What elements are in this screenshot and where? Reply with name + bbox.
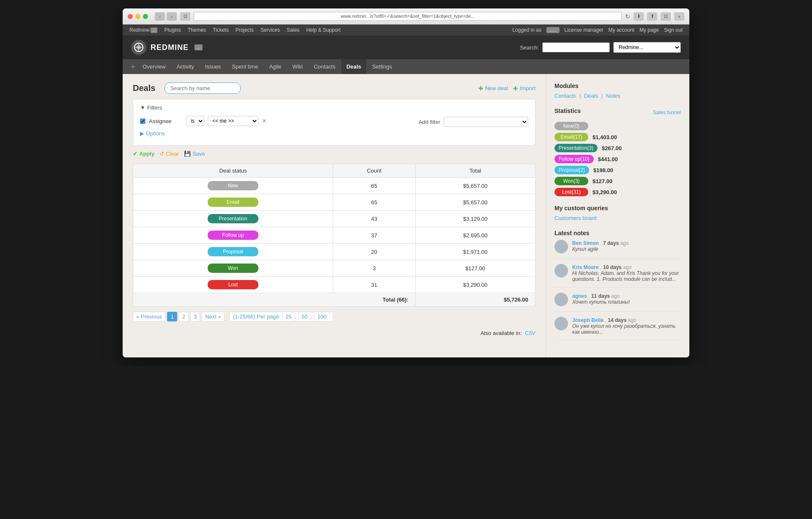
status-badge[interactable]: Lost	[208, 280, 258, 289]
per-page-100[interactable]: 100	[314, 312, 330, 321]
sign-out-link[interactable]: Sign out	[664, 27, 683, 33]
page-1-button[interactable]: 1	[167, 312, 177, 321]
options-header[interactable]: ▶ Options	[140, 130, 528, 137]
status-badge[interactable]: Won	[208, 264, 258, 273]
fullscreen-button[interactable]: ⊡	[661, 12, 671, 21]
sales-funnel-link[interactable]: Sales funnel	[653, 110, 681, 115]
stat-badge[interactable]: Proposal(2)	[554, 166, 589, 174]
nav-deals[interactable]: Deals	[341, 59, 366, 74]
back-button[interactable]: ‹	[155, 12, 165, 21]
per-page-50[interactable]: 50	[298, 312, 311, 321]
latest-notes-title: Latest notes	[554, 230, 681, 236]
stats-header: Statistics Sales funnel	[554, 107, 681, 118]
url-bar[interactable]: www.redmin...ls?utf8=✓&search=&set_filte…	[194, 12, 622, 21]
status-cell[interactable]: Proposal	[133, 244, 333, 260]
csv-link[interactable]: CSV	[525, 330, 535, 336]
page-2-button[interactable]: 2	[179, 312, 189, 321]
assignee-checkbox[interactable]	[140, 118, 145, 124]
my-page-link[interactable]: My page	[639, 27, 659, 33]
top-nav-projects[interactable]: Projects	[236, 27, 254, 33]
assignee-value-select[interactable]: << me >>	[208, 116, 258, 126]
stat-badge[interactable]: Follow up(10)	[554, 155, 594, 163]
license-manager-link[interactable]: License manager	[565, 27, 604, 33]
global-search-input[interactable]	[542, 42, 610, 52]
next-page-button[interactable]: Next »	[202, 312, 225, 321]
top-nav-themes[interactable]: Themes	[188, 27, 206, 33]
my-account-link[interactable]: My account	[609, 27, 634, 33]
forward-button[interactable]: ›	[167, 12, 177, 21]
modules-title: Modules	[554, 82, 681, 89]
stat-row: Won(3) $127.00	[554, 177, 681, 185]
status-cell[interactable]: Follow up	[133, 227, 333, 244]
search-by-name-input[interactable]	[165, 82, 241, 94]
contacts-module-link[interactable]: Contacts	[554, 93, 576, 99]
top-nav-help[interactable]: Help & Support	[306, 27, 340, 33]
stat-badge[interactable]: New(0)	[554, 122, 588, 130]
status-badge[interactable]: Presentation	[208, 214, 258, 223]
filter-row-assignee: Assignee is << me >> ✕ Add filter	[140, 115, 528, 127]
save-icon: 💾	[184, 151, 191, 157]
minimize-button[interactable]	[135, 14, 140, 19]
note-author-link[interactable]: Kris Moore	[572, 264, 599, 270]
add-filter-select[interactable]	[444, 117, 528, 127]
stat-badge[interactable]: Lost(31)	[554, 188, 588, 196]
assignee-operator-select[interactable]: is	[186, 116, 204, 126]
global-search-scope[interactable]: Redmine...	[613, 42, 681, 53]
stat-badge[interactable]: Presentation(3)	[554, 144, 598, 152]
maximize-button[interactable]	[143, 14, 148, 19]
top-nav-plugins[interactable]: Plugins	[164, 27, 181, 33]
status-badge[interactable]: Proposal	[208, 247, 258, 256]
close-button[interactable]	[128, 14, 133, 19]
nav-settings[interactable]: Settings	[367, 59, 397, 74]
top-nav-tickets[interactable]: Tickets	[213, 27, 229, 33]
note-author-link[interactable]: Ben Simon	[572, 240, 599, 246]
nav-wiki[interactable]: Wiki	[287, 59, 308, 74]
top-nav: Redmine... Plugins Themes Tickets Projec…	[123, 25, 689, 36]
status-cell[interactable]: New	[133, 178, 333, 194]
page-3-button[interactable]: 3	[190, 312, 200, 321]
col-total[interactable]: Total	[415, 164, 535, 178]
col-count[interactable]: Count	[333, 164, 415, 178]
reload-button[interactable]: ↻	[625, 13, 630, 20]
status-badge[interactable]: Email	[208, 198, 258, 207]
deals-link[interactable]: Deals	[584, 93, 598, 99]
nav-contacts[interactable]: Contacts	[309, 59, 340, 74]
per-page-25[interactable]: 25	[282, 312, 295, 321]
nav-spent-time[interactable]: Spent time	[227, 59, 263, 74]
filter-delete-button[interactable]: ✕	[262, 118, 267, 124]
prev-page-button[interactable]: « Previous	[133, 312, 165, 321]
nav-issues[interactable]: Issues	[200, 59, 226, 74]
status-cell[interactable]: Email	[133, 194, 333, 211]
download-button[interactable]: ⬇	[634, 12, 644, 21]
add-tab-button[interactable]: +	[674, 12, 684, 21]
top-nav-redmine[interactable]: Redmine...	[129, 27, 157, 33]
status-cell[interactable]: Presentation	[133, 211, 333, 227]
tab-button[interactable]: ⊡	[180, 12, 190, 21]
customers-board-link[interactable]: Customers board	[554, 215, 597, 221]
contacts-link[interactable]: Contacts	[554, 93, 576, 99]
status-cell[interactable]: Lost	[133, 277, 333, 293]
stat-badge[interactable]: Won(3)	[554, 177, 588, 185]
new-deal-button[interactable]: ✚ New deal	[478, 85, 508, 92]
share-button[interactable]: ⬆	[647, 12, 657, 21]
filters-header[interactable]: ▼ Filters	[140, 104, 528, 111]
status-badge[interactable]: New	[208, 181, 258, 190]
import-button[interactable]: ✚ Import	[513, 85, 535, 92]
top-nav-services[interactable]: Services	[261, 27, 280, 33]
status-badge[interactable]: Follow up	[208, 231, 258, 240]
note-author-link[interactable]: Joseph Bella	[572, 317, 604, 323]
add-nav-item[interactable]: +	[129, 60, 137, 74]
col-deal-status[interactable]: Deal status	[133, 164, 333, 178]
apply-button[interactable]: ✔ Apply	[133, 151, 154, 157]
save-button[interactable]: 💾 Save	[184, 151, 205, 157]
notes-link[interactable]: Notes	[606, 93, 620, 99]
nav-activity[interactable]: Activity	[172, 59, 199, 74]
stat-badge[interactable]: Email(17)	[554, 133, 588, 141]
status-cell[interactable]: Won	[133, 260, 333, 277]
nav-overview[interactable]: Overview	[137, 59, 170, 74]
top-nav-right: Logged in as ...... License manager My a…	[512, 27, 683, 33]
nav-agile[interactable]: Agile	[264, 59, 286, 74]
clear-button[interactable]: ↺ Clear	[159, 151, 179, 157]
top-nav-sales[interactable]: Sales	[287, 27, 299, 33]
note-author-link[interactable]: agnes	[572, 293, 587, 299]
